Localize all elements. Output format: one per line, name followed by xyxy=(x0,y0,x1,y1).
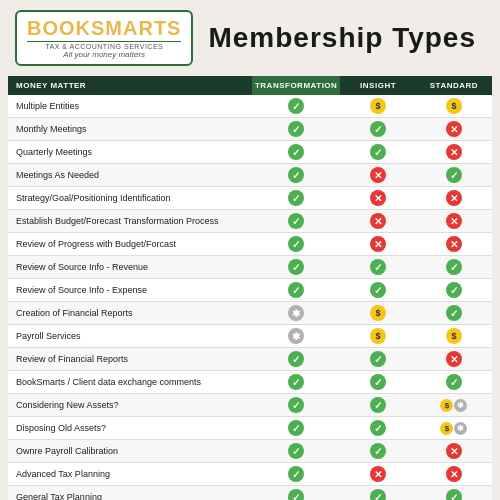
check-icon: ✓ xyxy=(370,397,386,413)
table-row: Quarterly Meetings ✓ ✓ ✕ xyxy=(8,141,492,164)
standard-cell: $ xyxy=(416,325,492,348)
check-icon: ✓ xyxy=(446,259,462,275)
check-icon: ✓ xyxy=(288,282,304,298)
combo-icon: $✱ xyxy=(440,399,467,412)
transformation-cell: ✱ xyxy=(252,325,340,348)
feature-cell: BookSmarts / Client data exchange commen… xyxy=(8,371,252,394)
standard-cell: ✕ xyxy=(416,440,492,463)
insight-cell: ✓ xyxy=(340,486,415,501)
table-row: Advanced Tax Planning ✓ ✕ ✕ xyxy=(8,463,492,486)
table-row: Strategy/Goal/Positioning Identification… xyxy=(8,187,492,210)
transformation-cell: ✓ xyxy=(252,394,340,417)
star-icon: ✱ xyxy=(288,328,304,344)
standard-cell: ✕ xyxy=(416,233,492,256)
x-icon: ✕ xyxy=(446,213,462,229)
insight-cell: ✓ xyxy=(340,256,415,279)
dollar-icon: $ xyxy=(370,328,386,344)
check-icon: ✓ xyxy=(370,351,386,367)
logo-subtext: TAX & ACCOUNTING SERVICES xyxy=(27,41,181,50)
insight-cell: ✓ xyxy=(340,348,415,371)
x-icon: ✕ xyxy=(370,236,386,252)
insight-cell: ✓ xyxy=(340,279,415,302)
standard-cell: ✓ xyxy=(416,256,492,279)
transformation-cell: ✓ xyxy=(252,118,340,141)
dollar-icon: $ xyxy=(370,98,386,114)
insight-cell: ✓ xyxy=(340,440,415,463)
check-icon: ✓ xyxy=(288,397,304,413)
col-insight: INSIGHT xyxy=(340,76,415,95)
standard-cell: ✕ xyxy=(416,463,492,486)
standard-cell: $✱ xyxy=(416,417,492,440)
check-icon: ✓ xyxy=(288,466,304,482)
transformation-cell: ✓ xyxy=(252,187,340,210)
insight-cell: ✓ xyxy=(340,394,415,417)
col-standard: STANDARD xyxy=(416,76,492,95)
table-row: Considering New Assets? ✓ ✓ $✱ xyxy=(8,394,492,417)
x-icon: ✕ xyxy=(446,144,462,160)
check-icon: ✓ xyxy=(288,98,304,114)
transformation-cell: ✓ xyxy=(252,279,340,302)
standard-cell: ✕ xyxy=(416,348,492,371)
table-row: Payroll Services ✱ $ $ xyxy=(8,325,492,348)
transformation-cell: ✓ xyxy=(252,256,340,279)
dollar-icon: $ xyxy=(446,328,462,344)
logo-book: BOOK xyxy=(27,17,91,39)
table-row: General Tax Planning ✓ ✓ ✓ xyxy=(8,486,492,501)
insight-cell: ✕ xyxy=(340,463,415,486)
dollar-icon: $ xyxy=(440,399,453,412)
standard-cell: ✕ xyxy=(416,187,492,210)
standard-cell: ✓ xyxy=(416,279,492,302)
table-row: Ownre Payroll Calibration ✓ ✓ ✕ xyxy=(8,440,492,463)
page-title: Membership Types xyxy=(208,22,476,54)
table-row: Creation of Financial Reports ✱ $ ✓ xyxy=(8,302,492,325)
feature-cell: Ownre Payroll Calibration xyxy=(8,440,252,463)
check-icon: ✓ xyxy=(370,282,386,298)
membership-table: MONEY MATTER TRANSFORMATION INSIGHT STAN… xyxy=(8,76,492,500)
table-row: Monthly Meetings ✓ ✓ ✕ xyxy=(8,118,492,141)
insight-cell: $ xyxy=(340,302,415,325)
check-icon: ✓ xyxy=(370,374,386,390)
insight-cell: ✕ xyxy=(340,187,415,210)
table-row: BookSmarts / Client data exchange commen… xyxy=(8,371,492,394)
insight-cell: ✕ xyxy=(340,233,415,256)
table-row: Disposing Old Assets? ✓ ✓ $✱ xyxy=(8,417,492,440)
transformation-cell: ✓ xyxy=(252,233,340,256)
insight-cell: ✓ xyxy=(340,118,415,141)
standard-cell: $✱ xyxy=(416,394,492,417)
check-icon: ✓ xyxy=(288,167,304,183)
header: BOOKSMARTS TAX & ACCOUNTING SERVICES All… xyxy=(0,0,500,76)
insight-cell: ✓ xyxy=(340,141,415,164)
table-row: Review of Source Info - Expense ✓ ✓ ✓ xyxy=(8,279,492,302)
x-icon: ✕ xyxy=(446,443,462,459)
table-header-row: MONEY MATTER TRANSFORMATION INSIGHT STAN… xyxy=(8,76,492,95)
page-container: BOOKSMARTS TAX & ACCOUNTING SERVICES All… xyxy=(0,0,500,500)
x-icon: ✕ xyxy=(446,190,462,206)
standard-cell: $ xyxy=(416,95,492,118)
check-icon: ✓ xyxy=(446,305,462,321)
x-icon: ✕ xyxy=(446,236,462,252)
check-icon: ✓ xyxy=(288,144,304,160)
transformation-cell: ✓ xyxy=(252,371,340,394)
transformation-cell: ✓ xyxy=(252,95,340,118)
feature-cell: Review of Financial Reports xyxy=(8,348,252,371)
check-icon: ✓ xyxy=(370,443,386,459)
feature-cell: General Tax Planning xyxy=(8,486,252,501)
transformation-cell: ✓ xyxy=(252,141,340,164)
check-icon: ✓ xyxy=(446,167,462,183)
transformation-cell: ✓ xyxy=(252,486,340,501)
x-icon: ✕ xyxy=(370,167,386,183)
transformation-cell: ✓ xyxy=(252,348,340,371)
standard-cell: ✓ xyxy=(416,164,492,187)
x-icon: ✕ xyxy=(370,190,386,206)
transformation-cell: ✱ xyxy=(252,302,340,325)
standard-cell: ✕ xyxy=(416,141,492,164)
table-row: Meetings As Needed ✓ ✕ ✓ xyxy=(8,164,492,187)
feature-cell: Advanced Tax Planning xyxy=(8,463,252,486)
feature-cell: Review of Progress with Budget/Forcast xyxy=(8,233,252,256)
table-row: Multiple Entities ✓ $ $ xyxy=(8,95,492,118)
check-icon: ✓ xyxy=(370,420,386,436)
table-row: Review of Progress with Budget/Forcast ✓… xyxy=(8,233,492,256)
x-icon: ✕ xyxy=(370,213,386,229)
x-icon: ✕ xyxy=(446,351,462,367)
check-icon: ✓ xyxy=(288,351,304,367)
